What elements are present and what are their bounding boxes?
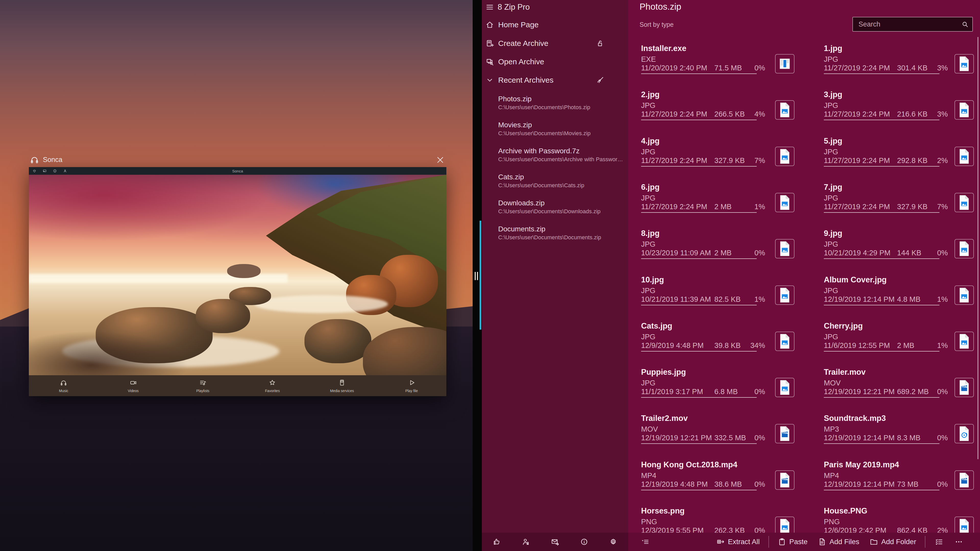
file-type: MOV <box>641 425 658 433</box>
file-compression-ratio: 34% <box>750 341 765 350</box>
file-item[interactable]: Trailer2.movMOV12/19/2019 12:21 PM332.5 … <box>641 414 795 454</box>
sidebar-item-create-archive[interactable]: Create Archive <box>482 37 628 50</box>
sort-by-label[interactable]: Sort by type <box>640 21 673 28</box>
recent-archive-item[interactable]: Movies.zipC:\Users\user\Documents\Movies… <box>482 121 628 144</box>
hamburger-menu-button[interactable] <box>485 3 495 13</box>
sonca-tool-favorites[interactable]: Favorites <box>238 379 307 393</box>
recent-archive-item[interactable]: Cats.zipC:\Users\user\Documents\Cats.zip <box>482 173 628 196</box>
file-size: 144 KB <box>897 249 921 257</box>
sidebar-item-label: Recent Archives <box>498 76 554 84</box>
file-size: 327.9 KB <box>714 156 745 165</box>
file-type: MP3 <box>824 425 839 433</box>
paste-button[interactable]: Paste <box>773 537 813 546</box>
broom-icon[interactable] <box>596 76 605 84</box>
file-type-icon <box>775 378 794 397</box>
checklist-icon <box>935 537 943 546</box>
recent-archive-name: Movies.zip <box>498 121 532 129</box>
file-compression-ratio: 0% <box>754 526 765 533</box>
file-item[interactable]: 9.jpgJPG10/21/2019 4:29 PM144 KB0% <box>824 229 974 270</box>
search-input[interactable] <box>853 17 972 31</box>
sonca-tool-play-file[interactable]: Play file <box>377 379 446 393</box>
recent-archive-item[interactable]: Downloads.zipC:\Users\user\Documents\Dow… <box>482 199 628 222</box>
sonca-window[interactable]: Sonca MusicVideosPlaylistsFavoritesMedia… <box>29 167 446 396</box>
file-item[interactable]: Cherry.jpgJPG11/6/2019 12:55 PM2 MB1% <box>824 321 974 362</box>
file-type-icon <box>955 286 974 305</box>
search-box <box>853 17 973 32</box>
file-item[interactable]: 4.jpgJPG11/27/2019 2:24 PM327.9 KB7% <box>641 137 795 177</box>
sonca-tool-music[interactable]: Music <box>29 379 99 393</box>
gear-button[interactable] <box>609 537 617 546</box>
sidebar-item-open-archive[interactable]: Open Archive <box>482 55 628 68</box>
file-item[interactable]: 6.jpgJPG11/27/2019 2:24 PM2 MB1% <box>641 183 795 224</box>
file-date: 11/27/2019 2:24 PM <box>641 110 707 118</box>
sonca-tool-label: Play file <box>405 389 418 393</box>
sidebar-item-home-page[interactable]: Home Page <box>482 18 628 32</box>
file-size: 262.3 KB <box>714 526 745 533</box>
extract-icon <box>716 537 725 546</box>
file-name: Trailer2.mov <box>641 414 688 423</box>
like-button[interactable] <box>493 537 501 546</box>
snap-assist-close-button[interactable] <box>434 154 446 166</box>
file-item[interactable]: House.PNGPNG12/6/2019 2:42 PM862.4 KB2% <box>824 507 974 533</box>
account-button[interactable] <box>522 537 530 546</box>
sonca-tool-playlists[interactable]: Playlists <box>168 379 238 393</box>
more-button[interactable] <box>949 537 969 546</box>
recent-archive-path: C:\Users\user\Documents\Cats.zip <box>498 182 625 189</box>
file-item[interactable]: 2.jpgJPG11/27/2019 2:24 PM266.5 KB4% <box>641 90 795 131</box>
scroll-position-button[interactable] <box>641 537 649 546</box>
file-item[interactable]: 1.jpgJPG11/27/2019 2:24 PM301.4 KB3% <box>824 44 974 85</box>
recent-archive-item[interactable]: Archive with Password.7zC:\Users\user\Do… <box>482 147 628 170</box>
add-folder-button[interactable]: Add Folder <box>864 537 921 546</box>
file-item[interactable]: Installer.exeEXE11/20/2019 2:40 PM71.5 M… <box>641 44 795 85</box>
file-type: JPG <box>641 240 655 248</box>
info-button[interactable] <box>580 537 589 546</box>
file-compression-ratio: 0% <box>754 433 765 442</box>
file-name: 8.jpg <box>641 229 659 238</box>
file-item[interactable]: Trailer.movMOV12/19/2019 12:21 PM689.2 M… <box>824 368 974 408</box>
lock-open-icon[interactable] <box>596 39 605 48</box>
file-type: PNG <box>824 518 840 526</box>
file-name: Album Cover.jpg <box>824 275 886 284</box>
main-bottom-toolbar: Extract AllPasteAdd FilesAdd Folder <box>628 533 980 551</box>
snap-divider-accent[interactable] <box>479 221 481 330</box>
file-item[interactable]: Horses.pngPNG12/3/2019 5:55 PM262.3 KB0% <box>641 507 795 533</box>
vertical-scrollbar[interactable] <box>977 37 978 459</box>
file-underline <box>641 73 757 74</box>
file-item[interactable]: Hong Kong Oct.2018.mp4MP412/19/2019 4:48… <box>641 460 795 501</box>
file-item[interactable]: 7.jpgJPG11/27/2019 2:24 PM327.9 KB7% <box>824 183 974 224</box>
sonca-media-toolbar: MusicVideosPlaylistsFavoritesMedia servi… <box>29 375 446 396</box>
sonca-tool-videos[interactable]: Videos <box>99 379 168 393</box>
add-folder-icon <box>870 537 878 546</box>
file-item[interactable]: Puppies.jpgJPG11/1/2019 3:17 PM6.8 MB0% <box>641 368 795 408</box>
file-name: 3.jpg <box>824 90 842 99</box>
sonca-tool-media-services[interactable]: Media services <box>307 379 377 393</box>
file-item[interactable]: 8.jpgJPG10/23/2019 11:09 AM2 MB0% <box>641 229 795 270</box>
file-item[interactable]: Soundtrack.mp3MP312/19/2019 12:14 PM8.3 … <box>824 414 974 454</box>
file-date: 12/19/2019 12:21 PM <box>824 387 894 396</box>
file-compression-ratio: 0% <box>937 433 948 442</box>
photo-rock <box>363 327 446 375</box>
file-item[interactable]: 5.jpgJPG11/27/2019 2:24 PM292.8 KB2% <box>824 137 974 177</box>
file-meta: 11/6/2019 12:55 PM2 MB1% <box>824 341 948 351</box>
file-name: Paris May 2019.mp4 <box>824 460 899 469</box>
search-icon[interactable] <box>961 21 969 28</box>
sidebar-item-label: Home Page <box>498 21 538 29</box>
file-compression-ratio: 2% <box>937 526 948 533</box>
file-item[interactable]: Album Cover.jpgJPG12/19/2019 12:14 PM4.8… <box>824 275 974 316</box>
file-item[interactable]: 3.jpgJPG11/27/2019 2:24 PM216.6 KB3% <box>824 90 974 131</box>
file-name: Soundtrack.mp3 <box>824 414 886 423</box>
file-item[interactable]: Paris May 2019.mp4MP412/19/2019 12:14 PM… <box>824 460 974 501</box>
sidebar-item-recent-archives[interactable]: Recent Archives <box>482 73 628 87</box>
zip-app-title-row: 8 Zip Pro <box>482 0 628 14</box>
headphones-icon <box>60 379 67 386</box>
file-name: 5.jpg <box>824 137 842 146</box>
recent-archive-item[interactable]: Documents.zipC:\Users\user\Documents\Doc… <box>482 225 628 248</box>
multi-select-button[interactable] <box>929 537 949 546</box>
extract-all-button[interactable]: Extract All <box>711 537 765 546</box>
recent-archive-item[interactable]: Photos.zipC:\Users\user\Documents\Photos… <box>482 95 628 118</box>
file-item[interactable]: 10.jpgJPG10/21/2019 11:39 AM82.5 KB1% <box>641 275 795 316</box>
file-item[interactable]: Cats.jpgJPG12/9/2019 4:48 PM39.8 KB34% <box>641 321 795 362</box>
mail-button[interactable] <box>551 537 559 546</box>
add-files-button[interactable]: Add Files <box>813 537 864 546</box>
recent-archive-path: C:\Users\user\Documents\Movies.zip <box>498 130 625 137</box>
